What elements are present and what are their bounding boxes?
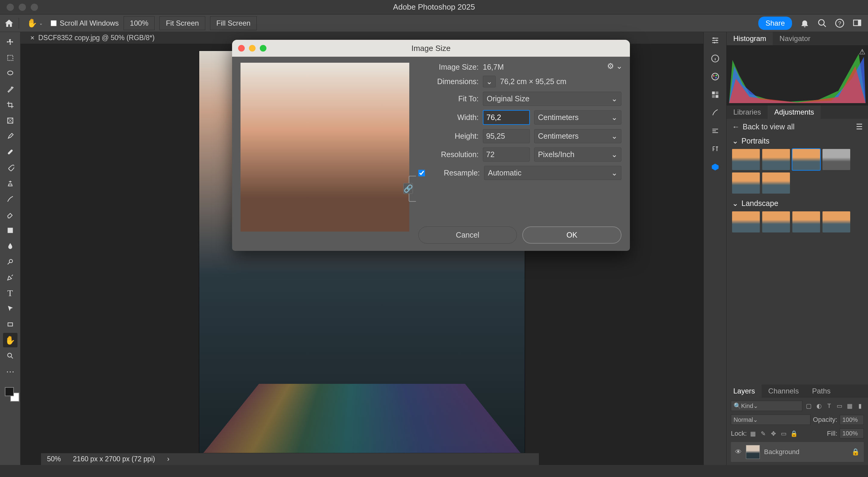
filter-type-icon[interactable]: T bbox=[825, 403, 833, 410]
visibility-icon[interactable]: 👁 bbox=[735, 448, 742, 456]
healing-brush-tool[interactable] bbox=[3, 145, 18, 159]
layer-filter-kind[interactable]: 🔍Kind⌄ bbox=[731, 401, 802, 411]
tab-navigator[interactable]: Navigator bbox=[773, 32, 817, 45]
frame-tool[interactable] bbox=[3, 113, 18, 128]
notifications-icon[interactable] bbox=[800, 19, 809, 28]
window-zoom-icon[interactable] bbox=[31, 4, 38, 11]
pen-tool[interactable] bbox=[3, 270, 18, 285]
width-input[interactable] bbox=[483, 110, 530, 125]
opacity-input[interactable]: 100% bbox=[840, 415, 864, 425]
lasso-tool[interactable] bbox=[3, 66, 18, 81]
workspace-icon[interactable] bbox=[852, 19, 862, 28]
color-swatches[interactable] bbox=[4, 386, 17, 399]
document-dimensions[interactable]: 2160 px x 2700 px (72 ppi) bbox=[73, 455, 155, 463]
fit-to-select[interactable]: Original Size⌄ bbox=[483, 92, 621, 106]
magic-wand-tool[interactable] bbox=[3, 82, 18, 96]
eraser-tool[interactable] bbox=[3, 207, 18, 222]
info-icon[interactable] bbox=[710, 54, 720, 63]
history-brush-tool[interactable] bbox=[3, 192, 18, 206]
gear-icon[interactable]: ⚙ ⌄ bbox=[607, 61, 623, 71]
layer-thumbnail[interactable] bbox=[746, 445, 760, 459]
dialog-close-icon[interactable] bbox=[238, 45, 245, 52]
crop-tool[interactable] bbox=[3, 98, 18, 112]
clone-stamp-tool[interactable] bbox=[3, 176, 18, 190]
lock-artboard-icon[interactable]: ▭ bbox=[780, 430, 788, 437]
dodge-tool[interactable] bbox=[3, 255, 18, 269]
tab-paths[interactable]: Paths bbox=[805, 384, 837, 398]
preset-thumb[interactable] bbox=[792, 211, 820, 233]
width-unit-select[interactable]: Centimeters⌄ bbox=[534, 110, 621, 124]
window-minimize-icon[interactable] bbox=[19, 4, 26, 11]
back-to-view-all[interactable]: ← Back to view all bbox=[732, 122, 795, 131]
filter-smart-icon[interactable]: ▦ bbox=[846, 402, 854, 410]
tab-channels[interactable]: Channels bbox=[762, 384, 805, 398]
filter-image-icon[interactable]: ▢ bbox=[805, 402, 812, 410]
tool-preset[interactable]: ✋ ⌄ bbox=[24, 17, 46, 29]
adjustments-icon[interactable] bbox=[710, 36, 720, 45]
dimensions-dropdown[interactable]: ⌄ bbox=[483, 76, 496, 87]
tab-libraries[interactable]: Libraries bbox=[727, 106, 768, 119]
portraits-section[interactable]: ⌄Portraits bbox=[732, 137, 863, 145]
preset-thumb[interactable] bbox=[732, 173, 760, 193]
preset-thumb[interactable] bbox=[732, 149, 760, 170]
resolution-input[interactable] bbox=[483, 147, 530, 161]
resample-checkbox[interactable] bbox=[418, 170, 425, 176]
blur-tool[interactable] bbox=[3, 239, 18, 253]
landscape-section[interactable]: ⌄Landscape bbox=[732, 199, 863, 208]
share-button[interactable]: Share bbox=[758, 17, 792, 30]
zoom-100-button[interactable]: 100% bbox=[124, 16, 155, 30]
marquee-tool[interactable] bbox=[3, 51, 18, 65]
fill-input[interactable]: 100% bbox=[840, 428, 864, 439]
edit-toolbar[interactable]: ⋯ bbox=[3, 364, 18, 379]
dialog-titlebar[interactable]: Image Size bbox=[232, 40, 630, 57]
character-icon[interactable] bbox=[710, 144, 720, 154]
dialog-minimize-icon[interactable] bbox=[249, 45, 255, 52]
move-tool[interactable] bbox=[3, 35, 18, 50]
fill-screen-button[interactable]: Fill Screen bbox=[210, 16, 257, 30]
home-icon[interactable] bbox=[4, 19, 14, 28]
lock-icon[interactable]: 🔒 bbox=[851, 448, 860, 456]
status-chevron-icon[interactable]: › bbox=[167, 455, 169, 463]
preset-thumb[interactable] bbox=[762, 211, 790, 233]
resample-select[interactable]: Automatic⌄ bbox=[484, 166, 621, 180]
scroll-all-windows-checkbox[interactable]: Scroll All Windows bbox=[51, 19, 119, 27]
height-unit-select[interactable]: Centimeters⌄ bbox=[534, 129, 621, 143]
close-tab-icon[interactable]: ✕ bbox=[30, 35, 35, 41]
layer-row-background[interactable]: 👁 Background 🔒 bbox=[731, 442, 864, 462]
histogram-warning-icon[interactable]: ⚠ bbox=[859, 48, 866, 56]
zoom-level[interactable]: 50% bbox=[47, 455, 61, 463]
swatches-icon[interactable] bbox=[710, 90, 720, 99]
preset-thumb[interactable] bbox=[792, 149, 820, 170]
foreground-color-swatch[interactable] bbox=[5, 387, 14, 396]
lock-image-icon[interactable]: ✎ bbox=[760, 430, 767, 437]
zoom-tool[interactable] bbox=[3, 349, 18, 363]
list-view-icon[interactable]: ☰ bbox=[856, 122, 863, 131]
preset-thumb[interactable] bbox=[762, 149, 790, 170]
constrain-proportions-icon[interactable]: 🔗 bbox=[403, 183, 413, 194]
blend-mode-select[interactable]: Normal⌄ bbox=[731, 415, 810, 425]
tab-adjustments[interactable]: Adjustments bbox=[768, 106, 821, 119]
cancel-button[interactable]: Cancel bbox=[418, 227, 517, 244]
lock-transparency-icon[interactable]: ▦ bbox=[749, 430, 757, 437]
properties-icon[interactable] bbox=[710, 126, 720, 136]
preset-thumb[interactable] bbox=[823, 149, 850, 170]
preset-thumb[interactable] bbox=[762, 173, 790, 193]
hand-tool[interactable]: ✋ bbox=[3, 333, 18, 347]
preset-thumb[interactable] bbox=[823, 211, 850, 233]
preset-thumb[interactable] bbox=[732, 211, 760, 233]
rectangle-tool[interactable] bbox=[3, 317, 18, 332]
tab-layers[interactable]: Layers bbox=[727, 384, 762, 398]
filter-adjustment-icon[interactable]: ◐ bbox=[815, 402, 823, 410]
search-icon[interactable] bbox=[817, 19, 827, 28]
type-tool[interactable]: T bbox=[3, 286, 18, 300]
resolution-unit-select[interactable]: Pixels/Inch⌄ bbox=[534, 147, 621, 161]
filter-toggle-icon[interactable]: ▮ bbox=[856, 402, 864, 410]
brush-tool[interactable] bbox=[3, 160, 18, 175]
ok-button[interactable]: OK bbox=[522, 227, 621, 244]
scroll-all-checkbox-input[interactable] bbox=[51, 20, 57, 26]
path-selection-tool[interactable] bbox=[3, 301, 18, 316]
color-icon[interactable] bbox=[710, 72, 720, 81]
filter-shape-icon[interactable]: ▭ bbox=[835, 402, 843, 410]
eyedropper-tool[interactable] bbox=[3, 129, 18, 144]
plugin-icon[interactable] bbox=[710, 162, 720, 172]
